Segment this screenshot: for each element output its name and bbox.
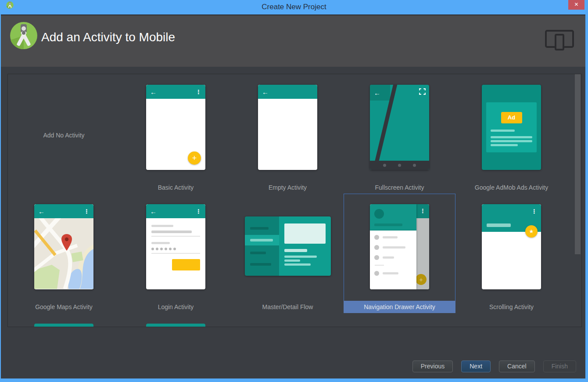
master-list-pane <box>245 216 279 276</box>
app-bar: ← ⋮ <box>146 204 205 218</box>
wizard-header: Add an Activity to Mobile <box>1 14 585 67</box>
text-line <box>491 136 532 138</box>
template-label: Fullscreen Activity <box>344 181 455 194</box>
avatar <box>374 209 384 219</box>
drawer-item <box>374 271 398 276</box>
fullscreen-activity-thumbnail: ← <box>370 85 429 170</box>
nav-dot <box>413 164 416 167</box>
nav-dot <box>383 164 386 167</box>
selected-list-row <box>245 235 279 245</box>
window-title: Create New Project <box>0 0 588 14</box>
template-cell-add-no-activity[interactable]: Add No Activity <box>8 74 120 194</box>
wizard-body: Add No Activity ← ⋮ + Basic Activity ← <box>1 67 585 378</box>
back-arrow-icon: ← <box>262 89 269 95</box>
template-label: Master/Detail Flow <box>232 301 344 313</box>
basic-activity-thumbnail: ← ⋮ + <box>146 85 205 170</box>
drawer-divider <box>375 265 384 266</box>
empty-activity-thumbnail: ← <box>258 85 317 170</box>
overflow-menu-icon: ⋮ <box>416 204 429 218</box>
scrolling-activity-thumbnail: ⋮ ★ <box>482 204 541 289</box>
overflow-menu-icon: ⋮ <box>531 208 537 215</box>
template-cell-basic-activity[interactable]: ← ⋮ + Basic Activity <box>120 74 232 194</box>
field-value-line <box>151 231 192 233</box>
template-label: Add No Activity <box>8 129 120 141</box>
phone-outline-icon <box>555 34 564 50</box>
text-line <box>374 223 402 226</box>
activity-gallery-panel: Add No Activity ← ⋮ + Basic Activity ← <box>7 74 582 327</box>
drawer-panel <box>370 231 416 289</box>
sign-in-button-placeholder <box>172 259 200 270</box>
template-cell-fullscreen-activity[interactable]: ← Fullscreen Activity <box>344 74 455 194</box>
vertical-scrollbar[interactable] <box>574 74 581 327</box>
admob-activity-thumbnail: Ad <box>482 85 541 170</box>
next-button[interactable]: Next <box>461 360 491 372</box>
drawer-item <box>374 255 394 260</box>
window-titlebar[interactable]: Create New Project ✕ <box>0 0 588 14</box>
fab-star-icon: ★ <box>525 225 538 238</box>
map-graphic <box>34 218 93 289</box>
wizard-footer: Previous Next Cancel Finish <box>412 360 576 372</box>
navigation-drawer-thumbnail: ⋮ + <box>370 204 429 289</box>
overflow-menu-icon: ⋮ <box>84 209 90 214</box>
fab-plus-icon: + <box>188 151 201 165</box>
field-underline <box>151 236 200 237</box>
nav-dot <box>398 164 401 167</box>
template-cell-empty-activity[interactable]: ← Empty Activity <box>232 74 344 194</box>
title-line <box>487 223 511 227</box>
page-title: Add an Activity to Mobile <box>41 30 175 44</box>
text-line <box>491 144 518 146</box>
overflow-menu-icon: ⋮ <box>196 89 201 95</box>
master-detail-thumbnail <box>245 216 331 276</box>
template-label: Basic Activity <box>120 181 232 194</box>
password-dots <box>151 248 205 250</box>
partial-template-card <box>34 324 93 327</box>
template-label: Scrolling Activity <box>455 301 567 313</box>
app-bar: ← <box>258 85 317 99</box>
detail-image-placeholder <box>284 223 326 244</box>
field-label-line <box>151 242 170 244</box>
finish-button: Finish <box>543 360 576 372</box>
field-label-line <box>151 225 173 227</box>
overflow-menu-icon: ⋮ <box>196 209 201 214</box>
template-cell-scrolling-activity[interactable]: ⋮ ★ Scrolling Activity <box>455 194 567 313</box>
back-arrow-icon: ← <box>150 208 157 215</box>
nav-bar <box>370 161 429 170</box>
dimmed-fab-plus-icon: + <box>416 274 427 285</box>
close-icon: ✕ <box>574 1 578 7</box>
scrollbar-thumb[interactable] <box>575 74 581 254</box>
text-line <box>491 140 532 142</box>
maps-activity-thumbnail: ← ⋮ <box>34 204 93 289</box>
template-cell-google-admob-ads-activity[interactable]: Ad Google AdMob Ads Activity <box>455 74 567 194</box>
fullscreen-expand-icon <box>419 88 426 95</box>
template-cell-master-detail-flow[interactable]: Master/Detail Flow <box>232 194 344 313</box>
mobile-devices-icon <box>545 29 574 54</box>
template-label: Login Activity <box>120 301 232 313</box>
drawer-item <box>374 235 398 240</box>
cancel-button[interactable]: Cancel <box>499 360 535 372</box>
partial-template-card <box>146 324 205 327</box>
back-arrow-icon: ← <box>38 208 45 215</box>
close-button[interactable]: ✕ <box>568 0 584 10</box>
field-underline <box>151 253 200 254</box>
android-studio-logo <box>10 22 38 50</box>
drawer-item <box>374 245 405 250</box>
template-cell-login-activity[interactable]: ← ⋮ Login Activity <box>120 194 232 313</box>
previous-button[interactable]: Previous <box>412 360 453 372</box>
drawer-header <box>370 204 416 231</box>
back-arrow-icon: ← <box>150 89 157 95</box>
template-label: Navigation Drawer Activity <box>344 301 455 313</box>
detail-pane <box>279 216 331 276</box>
template-cell-navigation-drawer-activity[interactable]: ⋮ + <box>344 194 455 313</box>
template-label: Google Maps Activity <box>8 301 120 313</box>
template-label: Empty Activity <box>232 181 344 194</box>
template-label: Google AdMob Ads Activity <box>455 181 567 194</box>
app-bar: ← ⋮ <box>146 85 205 99</box>
login-activity-thumbnail: ← ⋮ <box>146 204 205 289</box>
text-line <box>491 130 515 132</box>
template-cell-google-maps-activity[interactable]: ← ⋮ <box>8 194 120 313</box>
ad-badge: Ad <box>501 112 522 123</box>
back-arrow-icon: ← <box>374 90 380 96</box>
app-bar: ← ⋮ <box>34 204 93 218</box>
